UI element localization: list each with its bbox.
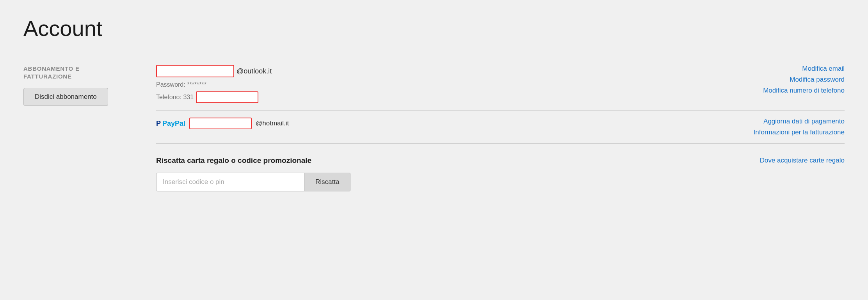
phone-label: Telefono: 331 — [156, 94, 194, 101]
page-container: Account ABBONAMENTO E FATTURAZIONE Disdi… — [0, 0, 868, 207]
phone-number-box — [196, 91, 258, 103]
paypal-email-suffix: @hotmail.it — [256, 120, 289, 127]
modify-email-link[interactable]: Modifica email — [802, 65, 845, 73]
redeem-button[interactable]: Riscatta — [304, 173, 350, 191]
sidebar-section-label: ABBONAMENTO E FATTURAZIONE — [23, 65, 133, 80]
paypal-section-actions: Aggiorna dati di pagamento Informazioni … — [720, 118, 845, 136]
promo-code-input[interactable] — [156, 173, 304, 191]
promo-input-row: Riscatta — [156, 173, 845, 191]
update-payment-link[interactable]: Aggiorna dati di pagamento — [763, 118, 845, 125]
paypal-logo: PPayPal — [156, 120, 185, 128]
paypal-info: PPayPal @hotmail.it — [156, 118, 720, 129]
password-label: Password: — [156, 81, 185, 88]
paypal-row: PPayPal @hotmail.it — [156, 118, 720, 129]
promo-section: Riscatta carta regalo o codice promozion… — [156, 144, 845, 191]
billing-info-link[interactable]: Informazioni per la fatturazione — [754, 129, 845, 136]
paypal-section-row: PPayPal @hotmail.it Aggiorna dati di pag… — [156, 111, 845, 144]
password-value: ******** — [187, 81, 206, 88]
email-section-actions: Modifica email Modifica password Modific… — [720, 65, 845, 95]
cancel-subscription-button[interactable]: Disdici abbonamento — [23, 88, 108, 106]
email-prefix-box — [156, 65, 234, 77]
content-area: @outlook.it Password: ******** Telefono:… — [156, 65, 845, 191]
promo-title: Riscatta carta regalo o codice promozion… — [156, 156, 311, 165]
top-divider — [23, 49, 845, 49]
password-row: Password: ******** — [156, 81, 720, 88]
modify-phone-link[interactable]: Modifica numero di telefono — [763, 87, 845, 95]
promo-header: Riscatta carta regalo o codice promozion… — [156, 156, 845, 165]
buy-gift-cards-link[interactable]: Dove acquistare carte regalo — [760, 157, 845, 164]
email-section-row: @outlook.it Password: ******** Telefono:… — [156, 65, 845, 111]
phone-row: Telefono: 331 — [156, 91, 720, 103]
paypal-email-prefix-box — [189, 118, 252, 129]
sidebar: ABBONAMENTO E FATTURAZIONE Disdici abbon… — [23, 65, 133, 106]
main-layout: ABBONAMENTO E FATTURAZIONE Disdici abbon… — [23, 65, 845, 191]
modify-password-link[interactable]: Modifica password — [790, 76, 845, 84]
email-suffix: @outlook.it — [237, 67, 272, 75]
email-row: @outlook.it — [156, 65, 720, 77]
page-title: Account — [23, 16, 845, 41]
email-info: @outlook.it Password: ******** Telefono:… — [156, 65, 720, 103]
